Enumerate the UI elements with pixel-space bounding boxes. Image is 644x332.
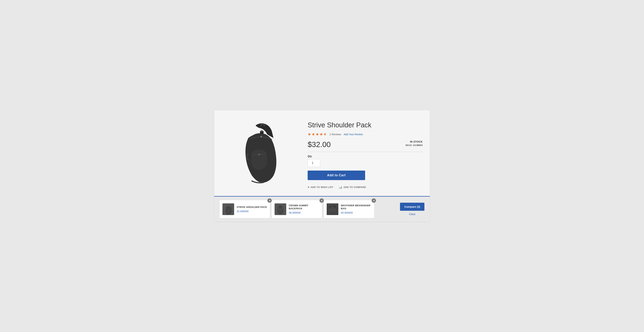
product-title: Strive Shoulder Pack (308, 121, 422, 129)
star-rating: ★ ★ ★ ★ ★ ★ (308, 132, 327, 137)
product-price: $32.00 (308, 140, 330, 149)
product-image-area (222, 118, 297, 189)
star-5-half: ★ (324, 132, 326, 137)
compare-item-2-info: CROWN SUMMIT BACKPACK 38.000000 (289, 204, 319, 214)
add-to-cart-button[interactable]: Add to Cart (308, 170, 365, 180)
star-4: ★ (320, 132, 323, 137)
reviews-count: 2 Reviews (330, 133, 341, 136)
page-wrapper: Strive Shoulder Pack ★ ★ ★ ★ ★ ★ 2 Revie… (214, 110, 430, 222)
svg-rect-8 (329, 208, 336, 212)
compare-item-2-price: 38.000000 (289, 211, 319, 214)
compare-item-2: ✕ CROWN SUMMIT BACKPACK 38. (272, 200, 322, 218)
add-review-link[interactable]: Add Your Review (344, 133, 363, 136)
compare-bar: ✕ STRIVE SHOULDER PACK 32.000000 ✕ (214, 197, 430, 222)
sku-value: 24-MB04 (413, 144, 422, 147)
compare-item-2-image (274, 203, 286, 215)
add-to-compare-link[interactable]: 📊 ADD TO COMPARE (339, 185, 366, 189)
svg-point-1 (258, 154, 260, 155)
add-to-wishlist-link[interactable]: ♥ ADD TO WISH LIST (308, 186, 333, 189)
svg-rect-5 (261, 136, 262, 138)
sku-label: SKU#: (406, 144, 412, 147)
product-card: Strive Shoulder Pack ★ ★ ★ ★ ★ ★ 2 Revie… (214, 110, 430, 222)
sku-info: SKU#: 24-MB04 (406, 144, 422, 147)
rating-row: ★ ★ ★ ★ ★ ★ 2 Reviews Add Your Review (308, 132, 422, 137)
compare-item-1: ✕ STRIVE SHOULDER PACK 32.000000 (220, 200, 270, 218)
svg-rect-3 (260, 130, 263, 132)
star-5: ★ ★ (324, 132, 327, 137)
quantity-input[interactable] (308, 159, 320, 167)
compare-item-3-image (327, 203, 338, 215)
product-details: Strive Shoulder Pack ★ ★ ★ ★ ★ ★ 2 Revie… (308, 118, 422, 189)
compare-item-1-price: 32.000000 (237, 210, 267, 213)
star-2: ★ (312, 132, 315, 137)
price-row: $32.00 IN STOCK SKU#: 24-MB04 (308, 140, 422, 149)
compare-label: ADD TO COMPARE (344, 186, 366, 188)
stock-info: IN STOCK SKU#: 24-MB04 (406, 140, 422, 147)
compare-item-3-info: WAYFARER MESSENGER BAG 45.000000 (341, 204, 371, 214)
compare-item-1-image (222, 203, 234, 215)
compare-item-3-name: WAYFARER MESSENGER BAG (341, 204, 371, 210)
compare-item-3: ✕ WAYFARER (324, 200, 374, 218)
product-image (234, 120, 284, 186)
compare-item-1-name: STRIVE SHOULDER PACK (237, 206, 267, 209)
compare-actions: Compare (3) Clear (400, 203, 424, 216)
action-links: ♥ ADD TO WISH LIST 📊 ADD TO COMPARE (308, 185, 422, 189)
svg-rect-6 (280, 206, 281, 207)
heart-icon: ♥ (308, 186, 310, 189)
price-divider (308, 152, 422, 152)
in-stock-label: IN STOCK (406, 140, 422, 143)
compare-icon: 📊 (339, 185, 342, 189)
remove-compare-item-1-button[interactable]: ✕ (268, 198, 272, 203)
compare-item-3-price: 45.000000 (341, 211, 371, 214)
clear-compare-link[interactable]: Clear (409, 212, 416, 216)
remove-compare-item-3-button[interactable]: ✕ (372, 198, 376, 203)
svg-rect-9 (332, 206, 333, 207)
qty-label: Qty (308, 155, 422, 158)
remove-compare-item-2-button[interactable]: ✕ (320, 198, 324, 203)
compare-item-1-info: STRIVE SHOULDER PACK 32.000000 (237, 206, 267, 213)
star-1: ★ (308, 132, 311, 137)
wishlist-label: ADD TO WISH LIST (310, 186, 333, 188)
star-3: ★ (316, 132, 319, 137)
compare-item-2-name: CROWN SUMMIT BACKPACK (289, 204, 319, 210)
product-top-section: Strive Shoulder Pack ★ ★ ★ ★ ★ ★ 2 Revie… (214, 110, 430, 197)
compare-button[interactable]: Compare (3) (400, 203, 424, 211)
